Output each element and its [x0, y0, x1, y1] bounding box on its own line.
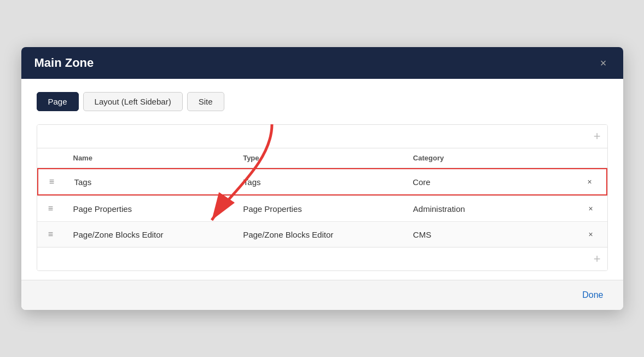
table-bottom-bar: +: [37, 247, 607, 270]
zone-table: + Name Type Category ≡ Tags Tags Core ×: [37, 124, 608, 271]
col-header-name: Name: [65, 148, 235, 168]
col-header-actions: [574, 148, 607, 168]
remove-page-properties-button[interactable]: ×: [574, 197, 607, 221]
add-top-icon[interactable]: +: [594, 129, 601, 143]
main-zone-modal: Main Zone × Page Layout (Left Sidebar) S…: [21, 47, 623, 310]
tab-page[interactable]: Page: [37, 92, 79, 111]
table-header: Name Type Category: [37, 148, 607, 168]
table-row-page-zone-blocks: ≡ Page/Zone Blocks Editor Page/Zone Bloc…: [37, 221, 607, 247]
remove-tags-button[interactable]: ×: [573, 170, 606, 194]
col-header-category: Category: [404, 148, 575, 168]
add-bottom-icon[interactable]: +: [594, 252, 601, 266]
col-header-type: Type: [234, 148, 404, 168]
modal-header: Main Zone ×: [21, 47, 623, 79]
modal-footer: Done: [21, 280, 623, 310]
cell-type-page-properties: Page Properties: [234, 197, 404, 221]
drag-handle-page-zone-blocks[interactable]: ≡: [37, 222, 65, 247]
cell-type-page-zone-blocks: Page/Zone Blocks Editor: [234, 222, 404, 247]
remove-page-zone-blocks-button[interactable]: ×: [574, 222, 607, 246]
zone-table-container: + Name Type Category ≡ Tags Tags Core ×: [37, 124, 608, 271]
cell-type-tags: Tags: [235, 170, 404, 194]
tab-site[interactable]: Site: [187, 92, 224, 111]
col-header-drag: [37, 148, 65, 168]
modal-body: Page Layout (Left Sidebar) Site +: [21, 79, 623, 280]
cell-name-page-properties: Page Properties: [65, 197, 235, 221]
tab-bar: Page Layout (Left Sidebar) Site: [37, 92, 608, 111]
modal-title: Main Zone: [34, 56, 94, 70]
tab-layout[interactable]: Layout (Left Sidebar): [83, 92, 183, 111]
table-top-bar: +: [37, 125, 607, 148]
done-button[interactable]: Done: [578, 288, 607, 302]
cell-name-page-zone-blocks: Page/Zone Blocks Editor: [65, 222, 235, 247]
cell-name-tags: Tags: [66, 170, 235, 194]
drag-handle-tags[interactable]: ≡: [38, 169, 66, 194]
cell-category-page-properties: Administration: [404, 197, 575, 221]
cell-category-page-zone-blocks: CMS: [404, 222, 575, 247]
close-button[interactable]: ×: [597, 56, 610, 70]
table-row-page-properties: ≡ Page Properties Page Properties Admini…: [37, 195, 607, 221]
cell-category-tags: Core: [404, 170, 573, 194]
table-row-tags: ≡ Tags Tags Core ×: [37, 168, 607, 195]
drag-handle-page-properties[interactable]: ≡: [37, 196, 65, 221]
